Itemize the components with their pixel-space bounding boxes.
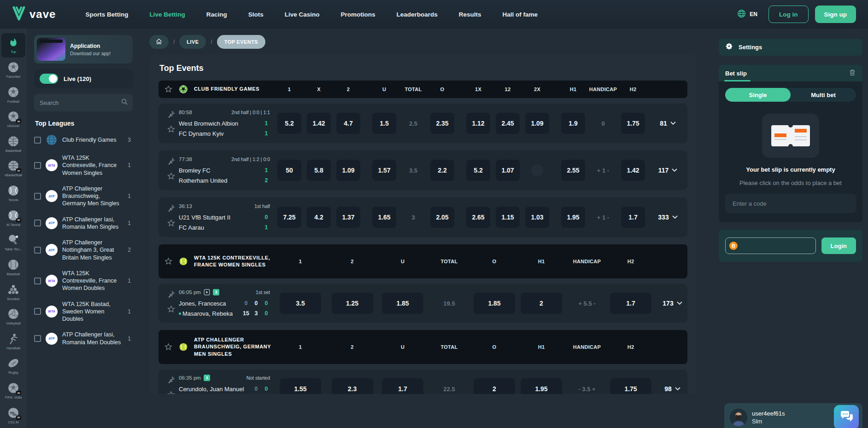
favorite-star-icon[interactable] — [164, 257, 173, 266]
more-markets-button[interactable]: 98 — [653, 385, 692, 393]
breadcrumb-top-events[interactable]: TOP EVENTS — [217, 35, 265, 49]
odds-button[interactable]: 5.2 — [466, 160, 490, 181]
odds-button[interactable]: 1.25 — [332, 293, 373, 314]
odds-button[interactable]: 1.95 — [521, 378, 562, 394]
login-button[interactable]: Log in — [768, 6, 809, 23]
odds-button[interactable]: 7.25 — [277, 207, 301, 228]
odds-button[interactable]: 2.05 — [430, 207, 454, 228]
league-list-item[interactable]: WTAWTA 125K Contrexeville, France Women … — [34, 150, 133, 181]
wallet-login-button[interactable]: Login — [821, 237, 856, 254]
sidebar-item-ai-tennis[interactable]: AIAI Tennis — [1, 206, 25, 230]
favorite-star-icon[interactable] — [167, 391, 176, 394]
odds-button[interactable]: 1.85 — [382, 293, 423, 314]
league-checkbox[interactable] — [34, 220, 41, 226]
nav-item-results[interactable]: Results — [459, 11, 481, 18]
favorite-star-icon[interactable] — [167, 125, 176, 133]
league-list-item[interactable]: WTAWTA 125K Contrexeville, France Women … — [34, 266, 133, 296]
sidebar-item-handball[interactable]: Handball — [1, 330, 25, 354]
odds-button[interactable]: 1.42 — [307, 113, 331, 134]
language-selector[interactable]: EN — [737, 9, 757, 20]
odds-button[interactable]: 4.2 — [307, 207, 331, 228]
league-list-item[interactable]: Club Friendly Games3 — [34, 130, 133, 150]
odds-button[interactable]: 1.37 — [336, 207, 360, 228]
more-markets-button[interactable]: 117 — [648, 167, 687, 174]
league-list-item[interactable]: ATPATP Challenger Iasi, Romania Men Doub… — [34, 327, 133, 350]
nav-item-sports-betting[interactable]: Sports Betting — [85, 11, 128, 18]
trash-icon[interactable] — [849, 69, 856, 78]
odds-button[interactable]: 2.35 — [430, 113, 454, 134]
league-checkbox[interactable] — [34, 137, 41, 144]
odds-button[interactable]: 2 — [521, 293, 562, 314]
league-checkbox[interactable] — [34, 278, 41, 284]
sidebar-item-favorites[interactable]: Favorites — [1, 58, 25, 82]
odds-button[interactable]: 4.7 — [336, 113, 360, 134]
live-toggle[interactable] — [40, 74, 58, 84]
sidebar-item-volleyball[interactable]: Volleyball — [1, 305, 25, 329]
odds-button[interactable]: 2.3 — [332, 378, 373, 394]
sidebar-item-top[interactable]: Top — [1, 33, 25, 58]
search-input[interactable] — [40, 99, 121, 106]
league-list-item[interactable]: WTAWTA 125K Bastad, Sweden Women Doubles… — [34, 296, 133, 327]
odds-button[interactable]: 1.7 — [382, 378, 423, 394]
tab-single[interactable]: Single — [725, 88, 791, 102]
league-checkbox[interactable] — [34, 162, 41, 169]
odds-button[interactable]: 1.15 — [496, 207, 520, 228]
odds-button[interactable]: 1.42 — [621, 160, 645, 181]
chat-button[interactable] — [834, 405, 859, 428]
league-list-item[interactable]: ATPATP Challenger Iasi, Romania Men Sing… — [34, 212, 133, 235]
app-download-banner[interactable]: Application Download our app! — [34, 35, 133, 64]
league-list-item[interactable]: ATPATP Challenger Braunschweig, Germany … — [34, 181, 133, 212]
sidebar-item-basketball[interactable]: Basketball — [1, 132, 25, 156]
odds-button[interactable]: 1.09 — [525, 113, 549, 134]
odds-button[interactable]: 2.65 — [466, 207, 490, 228]
odds-button[interactable]: 1.12 — [466, 113, 490, 134]
odds-button[interactable]: 1.75 — [610, 378, 651, 394]
sidebar-item-vsoccer[interactable]: AIvSoccer — [1, 107, 25, 132]
league-checkbox[interactable] — [34, 308, 41, 315]
odds-button[interactable]: 50 — [277, 160, 301, 181]
sidebar-item-table-ten-[interactable]: Table Ten... — [1, 231, 25, 255]
odds-button[interactable]: 2.45 — [496, 113, 520, 134]
odds-button[interactable]: 2.2 — [430, 160, 454, 181]
favorite-star-icon[interactable] — [164, 343, 173, 351]
nav-item-live-betting[interactable]: Live Betting — [149, 11, 185, 18]
league-checkbox[interactable] — [34, 247, 41, 254]
pin-icon[interactable] — [167, 290, 175, 298]
more-markets-button[interactable]: 81 — [648, 120, 687, 127]
more-markets-button[interactable]: 333 — [648, 214, 687, 221]
signup-button[interactable]: Sign up — [815, 6, 856, 23]
sidebar-item-football[interactable]: Football — [1, 82, 25, 107]
nav-item-live-casino[interactable]: Live Casino — [285, 11, 320, 18]
odds-button[interactable]: 1.5 — [372, 113, 396, 134]
sidebar-item-tennis[interactable]: Tennis — [1, 181, 25, 206]
odds-button[interactable]: 1.03 — [525, 207, 549, 228]
odds-button[interactable]: 1.09 — [336, 160, 360, 181]
odds-button[interactable]: 5.2 — [277, 113, 301, 134]
favorite-star-icon[interactable] — [167, 305, 176, 313]
league-checkbox[interactable] — [34, 193, 41, 200]
pin-icon[interactable] — [167, 376, 175, 384]
more-markets-button[interactable]: 173 — [653, 300, 692, 307]
sidebar-item-snooker[interactable]: Snooker — [1, 280, 25, 304]
settings-bar[interactable]: Settings — [719, 39, 862, 56]
league-checkbox[interactable] — [34, 335, 41, 342]
sidebar-item-vbasketball[interactable]: AIvBasketball — [1, 156, 25, 181]
nav-item-slots[interactable]: Slots — [248, 11, 264, 18]
sidebar-item-rugby[interactable]: Rugby — [1, 354, 25, 378]
odds-button[interactable]: 1.85 — [474, 293, 515, 314]
odds-button[interactable]: 1.65 — [372, 207, 396, 228]
nav-item-leaderboards[interactable]: Leaderboards — [396, 11, 437, 18]
odds-button[interactable]: 1.9 — [561, 113, 585, 134]
bet-code-input[interactable] — [725, 194, 856, 213]
nav-item-hall-of-fame[interactable]: Hall of fame — [503, 11, 538, 18]
odds-button[interactable]: 1.7 — [610, 293, 651, 314]
sidebar-item-baseball[interactable]: Baseball — [1, 255, 25, 280]
odds-button[interactable]: 1.7 — [621, 207, 645, 228]
odds-button[interactable]: 2 — [474, 378, 515, 394]
odds-button[interactable]: 1.55 — [280, 378, 321, 394]
favorite-star-icon[interactable] — [164, 85, 173, 93]
favorite-star-icon[interactable] — [167, 219, 176, 227]
odds-button[interactable]: 1.95 — [561, 207, 585, 228]
odds-button[interactable]: 1.07 — [496, 160, 520, 181]
nav-item-racing[interactable]: Racing — [206, 11, 227, 18]
